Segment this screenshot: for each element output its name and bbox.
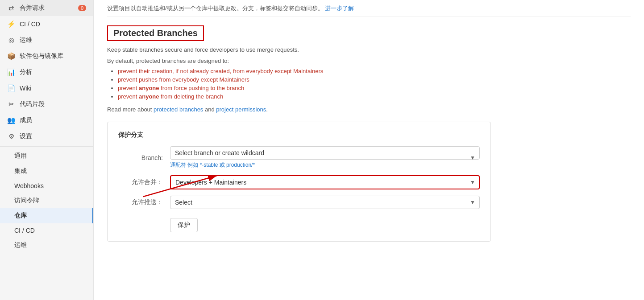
sidebar-item-label: Wiki — [20, 85, 31, 92]
branch-label: Branch: — [118, 154, 163, 161]
top-description-text: 设置项目以自动推送和/或从另一个仓库中提取更改。分支，标签和提交将自动同步。 — [107, 5, 324, 12]
sidebar-sub-item-label: 通用 — [14, 152, 27, 160]
sidebar-sub-item-ci-cd[interactable]: CI / CD — [0, 223, 93, 238]
bullet-text-2: prevent pushes from everybody except Mai… — [118, 76, 249, 83]
bullet-text-3a: prevent — [118, 85, 139, 91]
sidebar-item-label: CI / CD — [20, 21, 40, 28]
merge-row: 允许合并： Developers + Maintainers ▼ — [118, 175, 480, 189]
bullet-text-1: prevent their creation, if not already c… — [118, 68, 323, 74]
push-label: 允许推送： — [118, 198, 163, 206]
sidebar-item-ci-cd[interactable]: ⚡ CI / CD — [0, 16, 93, 32]
project-permissions-link[interactable]: project permissions — [216, 106, 266, 113]
bullet-text-4a: prevent — [118, 93, 139, 100]
snippets-icon: ✂ — [7, 100, 15, 108]
sidebar-item-label: 分析 — [20, 68, 32, 76]
bullet-item-3: prevent anyone from force pushing to the… — [118, 85, 631, 91]
ci-cd-icon: ⚡ — [7, 20, 15, 28]
bullet-bold-4: anyone — [139, 93, 159, 100]
sidebar-sub-item-repository[interactable]: 仓库 — [0, 208, 93, 223]
read-more-suffix: . — [266, 106, 268, 113]
form-card-title: 保护分支 — [118, 131, 480, 139]
sidebar-item-label: 软件包与镜像库 — [20, 52, 63, 60]
branch-hint: 通配符 例如 *-stable 或 production/* — [170, 161, 480, 169]
merge-requests-icon: ⇄ — [7, 4, 15, 12]
protected-branches-title-box: Protected Branches — [107, 25, 204, 41]
top-description: 设置项目以自动推送和/或从另一个仓库中提取更改。分支，标签和提交将自动同步。 进… — [107, 0, 631, 16]
merge-select-wrapper: Developers + Maintainers ▼ — [170, 175, 480, 189]
members-icon: 👥 — [7, 116, 15, 124]
sidebar: ⇄ 合并请求 0 ⚡ CI / CD ◎ 运维 📦 软件包与镜像库 📊 分析 📄… — [0, 0, 94, 300]
push-select[interactable]: Select — [170, 196, 480, 209]
packages-icon: 📦 — [7, 52, 15, 60]
bullet-text-4b: from deleting the branch — [159, 93, 224, 100]
sidebar-sub-item-label: 运维 — [14, 241, 27, 249]
sidebar-sub-item-integrations[interactable]: 集成 — [0, 164, 93, 179]
sidebar-item-snippets[interactable]: ✂ 代码片段 — [0, 96, 93, 112]
merge-label: 允许合并： — [118, 178, 163, 186]
sidebar-item-members[interactable]: 👥 成员 — [0, 112, 93, 128]
sidebar-item-label: 代码片段 — [20, 100, 45, 108]
bullet-text-3b: from force pushing to the branch — [159, 85, 245, 91]
bullet-list: prevent their creation, if not already c… — [107, 68, 631, 100]
sidebar-item-packages[interactable]: 📦 软件包与镜像库 — [0, 48, 93, 64]
read-more-prefix: Read more about — [107, 106, 154, 113]
sidebar-item-label: 运维 — [20, 36, 32, 44]
sidebar-item-wiki[interactable]: 📄 Wiki — [0, 80, 93, 96]
branch-select-wrapper: Select branch or create wildcard ▼ 通配符 例… — [170, 146, 480, 169]
protect-button[interactable]: 保护 — [170, 218, 198, 232]
protected-branches-title: Protected Branches — [113, 28, 198, 38]
bullet-item-2: prevent pushes from everybody except Mai… — [118, 76, 631, 83]
sidebar-item-settings[interactable]: ⚙ 设置 — [0, 128, 93, 144]
sidebar-item-label: 成员 — [20, 116, 32, 124]
bullet-item-4: prevent anyone from deleting the branch — [118, 93, 631, 100]
sidebar-sub-item-label: CI / CD — [14, 227, 35, 234]
sidebar-sub-item-general[interactable]: 通用 — [0, 148, 93, 164]
section-sub: By default, protected branches are desig… — [107, 58, 631, 64]
main-content: 设置项目以自动推送和/或从另一个仓库中提取更改。分支，标签和提交将自动同步。 进… — [94, 0, 644, 300]
read-more-and: and — [203, 106, 216, 113]
protected-branches-link[interactable]: protected branches — [154, 106, 203, 113]
push-row: 允许推送： Select ▼ — [118, 196, 480, 209]
sidebar-item-merge-requests[interactable]: ⇄ 合并请求 0 — [0, 0, 93, 16]
push-select-wrapper: Select ▼ — [170, 196, 480, 209]
ops-icon: ◎ — [7, 36, 15, 44]
sidebar-item-label: 合并请求 — [20, 4, 45, 12]
merge-requests-badge: 0 — [78, 5, 86, 11]
merge-select[interactable]: Developers + Maintainers — [170, 175, 480, 189]
bullet-bold-3: anyone — [139, 85, 159, 91]
branch-select[interactable]: Select branch or create wildcard — [170, 146, 480, 160]
sidebar-sub-item-label: 仓库 — [14, 212, 27, 220]
sidebar-sub-item-webhooks[interactable]: Webhooks — [0, 179, 93, 193]
sidebar-sub-item-label: 集成 — [14, 167, 27, 175]
sidebar-sub-item-access-tokens[interactable]: 访问令牌 — [0, 193, 93, 208]
wiki-icon: 📄 — [7, 84, 15, 92]
sidebar-item-analytics[interactable]: 📊 分析 — [0, 64, 93, 80]
sidebar-item-ops[interactable]: ◎ 运维 — [0, 32, 93, 48]
sidebar-divider — [0, 146, 93, 147]
branch-row: Branch: Select branch or create wildcard… — [118, 146, 480, 169]
read-more: Read more about protected branches and p… — [107, 106, 631, 113]
sidebar-sub-item-ops[interactable]: 运维 — [0, 238, 93, 253]
top-learn-more-link[interactable]: 进一步了解 — [325, 5, 354, 12]
sidebar-item-label: 设置 — [20, 132, 32, 140]
sidebar-sub-item-label: Webhooks — [14, 182, 44, 189]
sidebar-sub-item-label: 访问令牌 — [14, 197, 39, 205]
section-desc1: Keep stable branches secure and force de… — [107, 46, 631, 53]
protect-branch-form: 保护分支 Branch: Select branch or create wil… — [107, 122, 491, 242]
bullet-item-1: prevent their creation, if not already c… — [118, 68, 631, 74]
settings-icon: ⚙ — [7, 132, 15, 140]
analytics-icon: 📊 — [7, 68, 15, 76]
